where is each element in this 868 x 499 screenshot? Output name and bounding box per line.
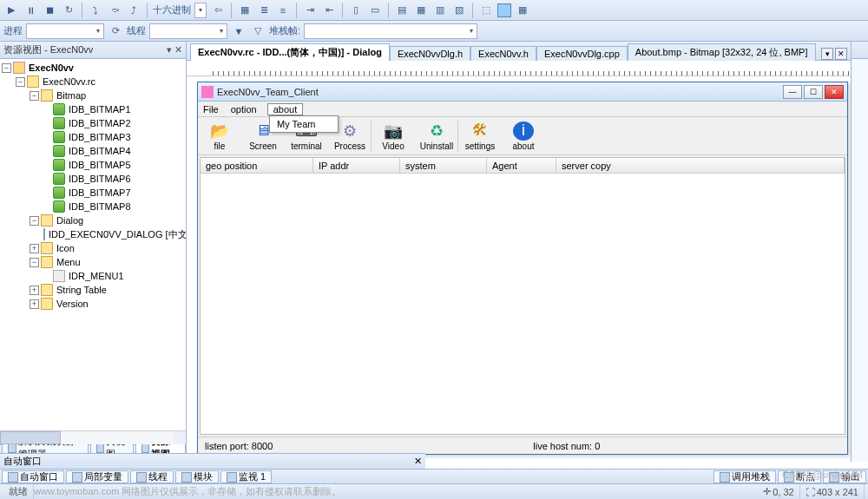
refresh-icon[interactable]: ⟳ — [108, 23, 123, 39]
app-icon — [201, 86, 214, 98]
col-agent[interactable]: Agent — [487, 158, 556, 173]
align-b-icon[interactable]: ▧ — [451, 3, 467, 18]
btab-auto[interactable]: 自动窗口 — [2, 470, 64, 483]
close-icon[interactable]: ✕ — [414, 456, 422, 467]
tree-item[interactable]: IDB_BITMAP8 — [67, 200, 133, 213]
col-geo[interactable]: geo position — [201, 158, 313, 173]
frame-combo[interactable] — [304, 23, 477, 39]
preview-dialog[interactable]: ExecN0vv_Team_Client — ☐ ✕ File option a… — [197, 82, 848, 455]
folder-menu[interactable]: Menu — [55, 255, 82, 269]
tb-video[interactable]: 📷Video — [372, 117, 415, 154]
btab-watch1[interactable]: 监视 1 — [220, 470, 272, 483]
maximize-icon[interactable]: ☐ — [804, 85, 823, 99]
toolbar-debug: 进程 ⟳ 线程 ▼ ▽ 堆栈帧: — [0, 21, 868, 42]
tree-item[interactable]: IDB_BITMAP3 — [67, 130, 133, 144]
nav-back-icon[interactable]: ⇦ — [210, 3, 226, 18]
folder-dialog[interactable]: Dialog — [55, 213, 85, 227]
align-top-icon[interactable]: ▦ — [413, 3, 429, 18]
menu-file[interactable]: File — [201, 104, 220, 115]
grid-icon[interactable] — [497, 3, 511, 17]
gridsnap-icon[interactable]: ▦ — [515, 3, 530, 18]
doc-tab[interactable]: ExecN0vvDlg.cpp — [536, 46, 628, 61]
filter-icon[interactable]: ▼ — [231, 23, 247, 39]
folder-rc[interactable]: ExecN0vv.rc — [41, 75, 97, 89]
resource-tree[interactable]: −ExecN0vv −ExecN0vv.rc −Bitmap IDB_BITMA… — [0, 59, 186, 430]
pause-icon[interactable]: ⏸ — [23, 3, 38, 18]
dialog-titlebar[interactable]: ExecN0vv_Team_Client — ☐ ✕ — [198, 82, 847, 102]
process-icon: ⚙ — [339, 121, 360, 141]
tb-file[interactable]: 📂file — [198, 117, 241, 154]
tree-item[interactable]: IDB_BITMAP6 — [67, 172, 133, 186]
process-label: 进程 — [3, 24, 23, 37]
minimize-icon[interactable]: — — [783, 85, 802, 99]
thread-combo[interactable] — [149, 23, 227, 39]
doc-tab-dialog[interactable]: ExecN0vv.rc - IDD...(简体，中国)] - Dialog — [190, 43, 390, 61]
tb-settings[interactable]: 🛠settings — [458, 117, 502, 154]
dialog-design-canvas[interactable]: ExecN0vv_Team_Client — ☐ ✕ File option a… — [187, 76, 851, 462]
step-out-icon[interactable]: ⤴ — [126, 3, 141, 18]
doc-tab[interactable]: ExecN0vv.h — [470, 46, 536, 61]
listview-body[interactable] — [201, 174, 845, 434]
col-system[interactable]: system — [400, 158, 487, 173]
tb-uninstall[interactable]: ♻Uninstall — [415, 117, 458, 154]
tree-item[interactable]: IDD_EXECN0VV_DIALOG [中文 — [47, 227, 186, 241]
tree-root[interactable]: ExecN0vv — [27, 61, 76, 75]
tree-item[interactable]: IDB_BITMAP7 — [67, 186, 133, 200]
btab-callstack[interactable]: 调用堆栈 — [713, 470, 776, 483]
camera-icon: 📷 — [383, 121, 404, 141]
restart-icon[interactable]: ↻ — [61, 3, 76, 18]
outdent-icon[interactable]: ⇤ — [321, 3, 337, 18]
mdi-dropdown-icon[interactable]: ▾ — [821, 48, 833, 60]
tree-item[interactable]: IDB_BITMAP4 — [67, 144, 133, 158]
align-left-icon[interactable]: ▤ — [394, 3, 410, 18]
bookmark-icon[interactable]: ▯ — [348, 3, 364, 18]
close-icon[interactable]: ▾ ✕ — [167, 44, 182, 56]
about-dropdown[interactable]: My Team — [269, 115, 339, 133]
tree-item[interactable]: IDB_BITMAP2 — [67, 116, 133, 130]
menu-item-myteam[interactable]: My Team — [270, 116, 338, 132]
folder-icon[interactable]: Icon — [55, 241, 76, 255]
bottom-tool-tabs: 自动窗口 局部变量 线程 模块 监视 1 调用堆栈 断点 输出 — [0, 469, 868, 484]
folder-string[interactable]: String Table — [55, 283, 108, 297]
tree-item[interactable]: IDR_MENU1 — [67, 269, 126, 283]
doc-icon[interactable]: ▦ — [237, 3, 253, 18]
folder-version[interactable]: Version — [55, 297, 90, 311]
expand-icon[interactable]: − — [2, 63, 11, 73]
col-ip[interactable]: IP addr — [313, 158, 400, 173]
uncomment-icon[interactable]: ≡ — [275, 3, 291, 18]
tree-item[interactable]: IDB_BITMAP5 — [67, 158, 133, 172]
tree-item[interactable]: IDB_BITMAP1 — [67, 102, 133, 116]
align-r-icon[interactable]: ▥ — [432, 3, 448, 18]
btab-modules[interactable]: 模块 — [175, 470, 219, 483]
menu-about[interactable]: about — [267, 103, 304, 115]
step-over-icon[interactable]: ⤼ — [107, 3, 122, 18]
document-tabs: ExecN0vv.rc - IDD...(简体，中国)] - Dialog Ex… — [187, 42, 851, 61]
doc-tab[interactable]: About.bmp - Bitmap [32x32, 24 位, BMP] — [628, 43, 816, 61]
tb-about[interactable]: iabout — [502, 117, 545, 154]
comment-icon[interactable]: ≣ — [256, 3, 272, 18]
stop-icon[interactable]: ◼ — [42, 3, 57, 18]
step-into-icon[interactable]: ⤵ — [88, 3, 103, 18]
properties-panel-collapsed[interactable] — [851, 42, 868, 462]
indent-icon[interactable]: ⇥ — [302, 3, 318, 18]
btab-threads[interactable]: 线程 — [130, 470, 174, 483]
bookmark2-icon[interactable]: ▭ — [367, 3, 383, 18]
mdi-close-icon[interactable]: ✕ — [835, 48, 847, 60]
status-size: ⛶403 x 241 — [800, 484, 865, 499]
folder-bitmap[interactable]: Bitmap — [55, 89, 88, 102]
close-icon[interactable]: ✕ — [825, 85, 844, 99]
status-listen-port: listen port: 8000 — [205, 441, 273, 451]
menu-option[interactable]: option — [229, 104, 259, 115]
samesize-icon[interactable]: ⬚ — [478, 3, 494, 18]
status-ready: 就绪 — [3, 484, 34, 499]
filter2-icon[interactable]: ▽ — [250, 23, 266, 39]
hex-combo[interactable] — [194, 3, 207, 18]
doc-tab[interactable]: ExecN0vvDlg.h — [390, 46, 470, 61]
process-combo[interactable] — [26, 23, 104, 39]
dialog-statusbar: listen port: 8000 live host num: 0 — [198, 437, 847, 454]
col-copy[interactable]: server copy — [556, 158, 845, 173]
play-icon[interactable]: ▶ — [3, 3, 19, 18]
scrollbar-thumb[interactable] — [0, 431, 61, 444]
client-listview[interactable]: geo position IP addr system Agent server… — [200, 157, 845, 435]
btab-locals[interactable]: 局部变量 — [66, 470, 128, 483]
